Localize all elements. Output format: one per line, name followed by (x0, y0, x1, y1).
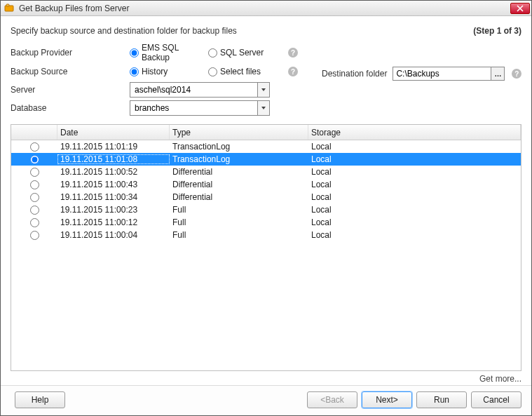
provider-ems-label: EMS SQL Backup (142, 43, 204, 62)
table-row[interactable]: 19.11.2015 11:00:12FullLocal (11, 216, 521, 229)
backup-source-label: Backup Source (11, 67, 130, 76)
row-storage: Local (308, 167, 521, 177)
row-storage: Local (308, 142, 521, 152)
row-type: TransactionLog (170, 154, 308, 164)
row-type: TransactionLog (170, 142, 308, 152)
row-date: 19.11.2015 11:01:19 (57, 142, 170, 152)
row-type: Differential (170, 192, 308, 202)
grid-header: Date Type Storage (11, 125, 521, 140)
help-icon[interactable]: ? (512, 69, 521, 79)
table-row[interactable]: 19.11.2015 11:00:04FullLocal (11, 229, 521, 241)
row-radio[interactable] (30, 180, 39, 189)
database-dropdown-button[interactable] (257, 100, 270, 116)
source-history-option[interactable]: History (130, 67, 204, 76)
row-date: 19.11.2015 11:00:23 (57, 205, 170, 215)
chevron-down-icon (261, 105, 266, 111)
row-type: Differential (170, 180, 308, 189)
row-date: 19.11.2015 11:00:34 (57, 192, 170, 202)
table-row[interactable]: 19.11.2015 11:01:08TransactionLogLocal (11, 153, 521, 166)
provider-ems-radio[interactable] (130, 48, 139, 58)
row-date: 19.11.2015 11:01:08 (57, 154, 170, 164)
row-select-cell[interactable] (11, 206, 57, 215)
destination-label: Destination folder (322, 69, 387, 79)
cancel-button[interactable]: Cancel (471, 391, 521, 408)
row-date: 19.11.2015 11:00:12 (57, 217, 170, 227)
provider-radio-group: EMS SQL Backup SQL Server ? (130, 43, 298, 62)
provider-sqlserver-option[interactable]: SQL Server (208, 48, 282, 58)
row-radio[interactable] (30, 155, 39, 164)
row-date: 19.11.2015 11:00:43 (57, 180, 170, 189)
row-select-cell[interactable] (11, 231, 57, 240)
server-input[interactable] (130, 82, 257, 98)
provider-sqlserver-radio[interactable] (208, 48, 217, 58)
run-button[interactable]: Run (416, 391, 467, 408)
server-dropdown-button[interactable] (257, 82, 270, 98)
row-type: Full (170, 205, 308, 215)
source-selectfiles-option[interactable]: Select files (208, 67, 282, 76)
row-type: Full (170, 230, 308, 240)
grid-col-storage[interactable]: Storage (308, 125, 521, 140)
wizard-step: (Step 1 of 3) (473, 26, 521, 36)
get-more-link[interactable]: Get more... (1, 371, 531, 385)
wizard-description: Specify backup source and destination fo… (11, 26, 237, 36)
row-radio[interactable] (30, 193, 39, 202)
row-type: Differential (170, 167, 308, 177)
grid-col-date[interactable]: Date (57, 125, 170, 140)
browse-button[interactable]: … (491, 67, 505, 81)
close-button[interactable] (510, 3, 530, 14)
next-button[interactable]: Next> (362, 391, 412, 408)
table-row[interactable]: 19.11.2015 11:00:43DifferentialLocal (11, 178, 521, 191)
row-radio[interactable] (30, 206, 39, 215)
app-icon (4, 3, 15, 14)
row-storage: Local (308, 230, 521, 240)
help-button[interactable]: Help (15, 391, 65, 408)
source-history-label: History (142, 67, 168, 76)
grid-col-select[interactable] (11, 125, 57, 140)
database-input[interactable] (130, 100, 257, 116)
row-storage: Local (308, 192, 521, 202)
server-combo[interactable] (130, 82, 270, 98)
chevron-down-icon (261, 87, 266, 93)
ellipsis-icon: … (494, 70, 501, 78)
row-select-cell[interactable] (11, 193, 57, 202)
provider-ems-option[interactable]: EMS SQL Backup (130, 43, 204, 62)
row-radio[interactable] (30, 142, 39, 152)
row-radio[interactable] (30, 231, 39, 240)
row-storage: Local (308, 154, 521, 164)
row-radio[interactable] (30, 218, 39, 227)
grid-body[interactable]: 19.11.2015 11:01:19TransactionLogLocal19… (11, 140, 521, 370)
row-date: 19.11.2015 11:00:52 (57, 167, 170, 177)
dialog-window: Get Backup Files from Server Specify bac… (0, 0, 532, 416)
row-select-cell[interactable] (11, 142, 57, 152)
source-history-radio[interactable] (130, 67, 139, 76)
row-select-cell[interactable] (11, 218, 57, 227)
table-row[interactable]: 19.11.2015 11:00:52DifferentialLocal (11, 166, 521, 178)
help-icon[interactable]: ? (288, 67, 298, 76)
wizard-header: Specify backup source and destination fo… (1, 16, 531, 43)
source-selectfiles-label: Select files (220, 67, 261, 76)
row-select-cell[interactable] (11, 168, 57, 177)
row-storage: Local (308, 217, 521, 227)
row-select-cell[interactable] (11, 155, 57, 164)
footer: Help <Back Next> Run Cancel (1, 385, 531, 415)
destination-input[interactable] (393, 67, 491, 81)
database-combo[interactable] (130, 100, 270, 116)
back-button[interactable]: <Back (307, 391, 357, 408)
destination-block: Destination folder … ? (322, 67, 521, 81)
provider-sqlserver-label: SQL Server (220, 48, 264, 58)
row-select-cell[interactable] (11, 180, 57, 189)
source-radio-group: History Select files ? (130, 67, 298, 76)
source-selectfiles-radio[interactable] (208, 67, 217, 76)
row-storage: Local (308, 205, 521, 215)
titlebar: Get Backup Files from Server (1, 1, 531, 16)
database-label: Database (11, 103, 130, 113)
row-type: Full (170, 217, 308, 227)
grid-col-type[interactable]: Type (170, 125, 308, 140)
help-icon[interactable]: ? (288, 48, 298, 58)
table-row[interactable]: 19.11.2015 11:00:23FullLocal (11, 203, 521, 216)
row-radio[interactable] (30, 168, 39, 177)
row-storage: Local (308, 180, 521, 189)
table-row[interactable]: 19.11.2015 11:01:19TransactionLogLocal (11, 140, 521, 153)
backup-provider-label: Backup Provider (11, 48, 130, 58)
table-row[interactable]: 19.11.2015 11:00:34DifferentialLocal (11, 191, 521, 203)
